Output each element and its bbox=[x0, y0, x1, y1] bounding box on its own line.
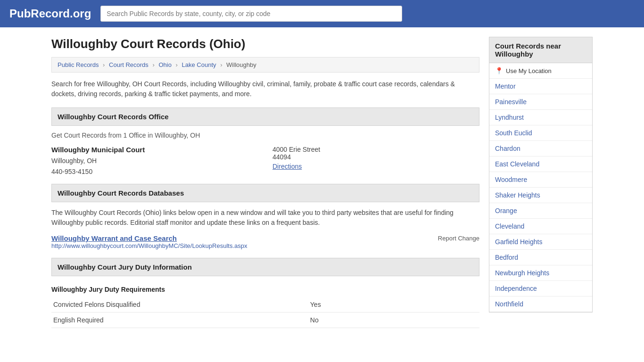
report-change-link-0[interactable]: Report Change bbox=[438, 235, 479, 242]
office-details: Willoughby Municipal Court Willoughby, O… bbox=[51, 146, 479, 175]
breadcrumb-court-records[interactable]: Court Records bbox=[109, 61, 149, 68]
sidebar-item-14[interactable]: Northfield bbox=[489, 296, 592, 312]
office-section-header: Willoughby Court Records Office bbox=[51, 107, 479, 126]
sidebar-item-4[interactable]: Chardon bbox=[489, 141, 592, 156]
jury-table: Convicted Felons DisqualifiedYesEnglish … bbox=[51, 297, 479, 328]
jury-section: Willoughby Court Jury Duty Information W… bbox=[51, 258, 479, 328]
databases-section-header: Willoughby Court Records Databases bbox=[51, 184, 479, 202]
office-name: Willoughby Municipal Court bbox=[51, 146, 258, 154]
sidebar-header: Court Records near Willoughby bbox=[489, 37, 593, 63]
sidebar-item-12[interactable]: Newburgh Heights bbox=[489, 265, 592, 281]
office-street: 4000 Erie Street bbox=[272, 146, 479, 153]
breadcrumb-willoughby: Willoughby bbox=[226, 61, 256, 68]
page-description: Search for free Willoughby, OH Court Rec… bbox=[51, 79, 479, 99]
jury-row-1: English RequiredNo bbox=[51, 313, 479, 328]
jury-requirements-title: Willoughby Jury Duty Requirements bbox=[51, 282, 479, 297]
use-location-label: Use My Location bbox=[506, 67, 552, 74]
sidebar: Court Records near Willoughby 📍 Use My L… bbox=[489, 37, 593, 328]
page-title: Willoughby Court Records (Ohio) bbox=[51, 37, 479, 51]
sidebar-item-6[interactable]: Woodmere bbox=[489, 172, 592, 188]
sidebar-list: 📍 Use My Location MentorPainesvilleLyndh… bbox=[489, 63, 593, 313]
office-right: 4000 Erie Street 44094 Directions bbox=[272, 146, 479, 175]
sidebar-use-location[interactable]: 📍 Use My Location bbox=[489, 63, 592, 79]
db-entry-title-0[interactable]: Willoughby Warrant and Case Search bbox=[51, 234, 177, 242]
sidebar-item-13[interactable]: Independence bbox=[489, 281, 592, 296]
breadcrumb: Public Records › Court Records › Ohio › … bbox=[51, 57, 479, 73]
jury-row-0: Convicted Felons DisqualifiedYes bbox=[51, 297, 479, 313]
sidebar-item-2[interactable]: Lyndhurst bbox=[489, 110, 592, 125]
jury-value-0: Yes bbox=[308, 297, 479, 313]
databases-description: The Willoughby Court Records (Ohio) link… bbox=[51, 208, 479, 228]
db-entry-0: Willoughby Warrant and Case Search Repor… bbox=[51, 234, 479, 249]
breadcrumb-public-records[interactable]: Public Records bbox=[58, 61, 99, 68]
site-logo[interactable]: PubRecord.org bbox=[9, 7, 91, 20]
directions-link[interactable]: Directions bbox=[272, 163, 302, 170]
breadcrumb-ohio[interactable]: Ohio bbox=[158, 61, 171, 68]
jury-label-1: English Required bbox=[51, 313, 308, 328]
location-icon: 📍 bbox=[495, 67, 503, 74]
header: PubRecord.org bbox=[0, 0, 644, 27]
jury-label-0: Convicted Felons Disqualified bbox=[51, 297, 308, 313]
sidebar-item-8[interactable]: Orange bbox=[489, 203, 592, 219]
db-entry-header-0: Willoughby Warrant and Case Search Repor… bbox=[51, 234, 479, 242]
jury-section-header: Willoughby Court Jury Duty Information bbox=[51, 258, 479, 276]
office-description: Get Court Records from 1 Office in Willo… bbox=[51, 132, 479, 139]
sidebar-item-5[interactable]: East Cleveland bbox=[489, 156, 592, 172]
breadcrumb-sep-1: › bbox=[103, 61, 105, 68]
sidebar-item-9[interactable]: Cleveland bbox=[489, 219, 592, 234]
office-left: Willoughby Municipal Court Willoughby, O… bbox=[51, 146, 258, 175]
office-zip: 44094 bbox=[272, 153, 479, 161]
sidebar-item-11[interactable]: Bedford bbox=[489, 250, 592, 265]
main-layout: Willoughby Court Records (Ohio) Public R… bbox=[44, 27, 600, 337]
office-phone: 440-953-4150 bbox=[51, 168, 258, 175]
office-city: Willoughby, OH bbox=[51, 156, 258, 166]
sidebar-item-0[interactable]: Mentor bbox=[489, 79, 592, 94]
sidebar-items-container: MentorPainesvilleLyndhurstSouth EuclidCh… bbox=[489, 79, 592, 312]
jury-value-1: No bbox=[308, 313, 479, 328]
breadcrumb-sep-4: › bbox=[220, 61, 222, 68]
db-entry-url-0[interactable]: http://www.willoughbycourt.com/Willoughb… bbox=[51, 242, 479, 249]
breadcrumb-sep-3: › bbox=[176, 61, 178, 68]
sidebar-item-10[interactable]: Garfield Heights bbox=[489, 234, 592, 250]
sidebar-item-1[interactable]: Painesville bbox=[489, 94, 592, 110]
breadcrumb-lake-county[interactable]: Lake County bbox=[182, 61, 216, 68]
search-input[interactable] bbox=[100, 6, 402, 22]
breadcrumb-sep-2: › bbox=[152, 61, 154, 68]
sidebar-item-7[interactable]: Shaker Heights bbox=[489, 188, 592, 203]
content-area: Willoughby Court Records (Ohio) Public R… bbox=[51, 37, 479, 328]
sidebar-item-3[interactable]: South Euclid bbox=[489, 125, 592, 141]
